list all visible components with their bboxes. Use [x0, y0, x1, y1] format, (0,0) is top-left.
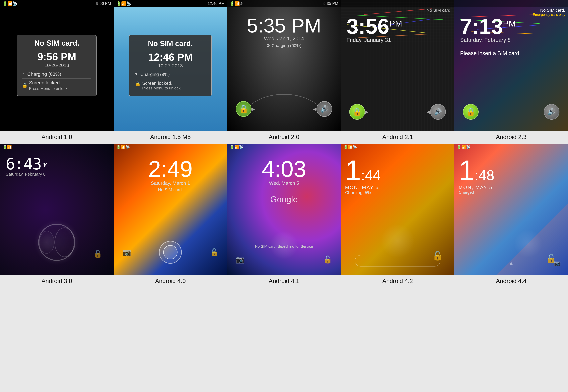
android-10-label: Android 1.0 [0, 131, 114, 144]
android-23-sound-button[interactable]: 🔊 [544, 104, 559, 120]
android-42-slide-bar[interactable] [355, 255, 440, 266]
android-10-lock-sub: Press Menu to unlock. [29, 86, 68, 91]
android-41-lock-icon: 🔓 [323, 255, 332, 264]
android-10-clock: 9:56 PM [22, 51, 91, 63]
charging-icon-20: ⟳ [266, 43, 270, 48]
android-15-status-icons: 🔋📶📡 [116, 1, 131, 6]
android-40-lock-icon: 🔓 [210, 248, 219, 256]
android-20-date: Wed, Jan 1, 2014 [264, 36, 304, 42]
android-30-date: Saturday, February 8 [0, 172, 46, 177]
android-40-camera-button[interactable]: 📷 [122, 248, 131, 256]
android-23-label: Android 2.3 [454, 131, 568, 144]
android-30-clock: 6:43PM [0, 156, 47, 172]
android-23-background: No SIM card. Emergency calls only 7:13PM… [454, 0, 568, 131]
android-40-label: Android 4.0 [114, 275, 227, 288]
screen-android-20: 🔋📶⚠ 5:35 PM 5:35 PM Wed, Jan 1, 2014 ⟳ C… [227, 0, 341, 144]
android-20-background: 🔋📶⚠ 5:35 PM 5:35 PM Wed, Jan 1, 2014 ⟳ C… [227, 0, 341, 131]
android-10-card: No SIM card. 9:56 PM 10-26-2013 ↻ Chargi… [17, 35, 97, 96]
android-42-clock: 1:44 [341, 156, 381, 185]
android-23-lock-button[interactable]: 🔒 [463, 104, 479, 120]
android-15-charging-row: ↻ Charging (9%) [135, 70, 206, 79]
android-40-status-bar: 🔋📶📡 [114, 144, 227, 150]
android-15-date: 10-27-2013 [135, 63, 206, 69]
android-30-lock-icon: 🔓 [93, 250, 102, 258]
android-41-lock-bar: 📷 🔓 [227, 255, 341, 264]
android-42-label: Android 4.2 [341, 275, 454, 288]
android-21-status-bar [341, 0, 454, 7]
android-44-charged: Charged [454, 190, 474, 195]
android-10-status-bar: 🔋📶📡 9:56 PM [0, 0, 114, 7]
android-40-clock: 2:49 [148, 157, 192, 180]
android-20-charging: ⟳ Charging (60%) [266, 43, 301, 48]
android-20-sound-button[interactable]: 🔊 [317, 101, 332, 117]
screen-android-42-wrapper: 🔋📶📡 1:44 MON, MAY 5 Charging, 5% 🔓 [341, 144, 454, 275]
android-41-no-sim-msg: No SIM card.|Searching for Service [227, 244, 341, 249]
android-10-lock-row: 🔒 Screen locked Press Menu to unlock. [22, 78, 91, 92]
android-15-no-sim: No SIM card. [135, 39, 206, 50]
android-44-status-icons: 🔋📶📡 [457, 145, 471, 149]
screen-android-10-wrapper: 🔋📶📡 9:56 PM No SIM card. 9:56 PM 10-26-2… [0, 0, 114, 131]
android-10-charging-row: ↻ Charging (63%) [22, 70, 91, 78]
android-21-sound-button[interactable]: 🔊 [430, 104, 446, 120]
android-20-lock-bar: 🔒 ▶ ◀ 🔊 [227, 101, 341, 117]
android-42-date: MON, MAY 5 [341, 185, 379, 190]
screen-android-41-wrapper: 🔋📶📡 4:03 Wed, March 5 Google No SIM card… [227, 144, 341, 275]
android-41-google: Google [270, 195, 298, 204]
screen-android-15-wrapper: 🔋📶📡 12:46 PM No SIM card. 12:46 PM 10-27… [114, 0, 227, 131]
android-41-status-bar: 🔋📶📡 [227, 144, 341, 150]
android-15-label: Android 1.5 M5 [114, 131, 227, 144]
android-30-background: 🔋📶 6:43PM Saturday, February 8 🔓 [0, 144, 114, 275]
lock-icon-15: 🔒 [135, 81, 141, 86]
android-44-camera-icon[interactable]: 📷 [554, 260, 561, 266]
android-15-lock-sub: Press Menu to unlock. [142, 86, 182, 90]
android-30-status-bar: 🔋📶 [0, 144, 114, 150]
screen-android-44-wrapper: 🔋📶📡 1:48 MON, MAY 5 Charged 🔓 ▲ 📷 [454, 144, 568, 275]
android-44-clock: 1:48 [454, 156, 494, 185]
android-21-background: No SIM card. 3:56PM Friday, January 31 🔒… [341, 0, 454, 131]
android-15-time: 12:46 PM [208, 1, 225, 6]
android-20-clock: 5:35 PM [247, 16, 321, 36]
lock-icon: 🔒 [22, 83, 28, 88]
screen-android-23: No SIM card. Emergency calls only 7:13PM… [454, 0, 568, 144]
android-10-lock-text: Screen locked Press Menu to unlock. [29, 80, 68, 91]
android-10-time: 9:56 PM [96, 1, 111, 6]
android-21-lock-button[interactable]: 🔒 [349, 104, 365, 120]
android-20-lock-button[interactable]: 🔒 [236, 101, 251, 117]
android-40-lock-bar: 📷 🔓 [114, 241, 227, 264]
android-21-lock-bar: 🔒 ▶ ◀ 🔊 [341, 104, 454, 120]
android-41-clock: 4:03 [262, 157, 306, 180]
android-20-arrow-left: ◀ [313, 106, 317, 112]
android-23-emergency: Emergency calls only [533, 13, 565, 17]
screen-android-21: No SIM card. 3:56PM Friday, January 31 🔒… [341, 0, 454, 144]
android-21-no-sim: No SIM card. [427, 8, 451, 13]
screen-android-15: 🔋📶📡 12:46 PM No SIM card. 12:46 PM 10-27… [114, 0, 227, 144]
android-15-status-bar: 🔋📶📡 12:46 PM [114, 0, 227, 7]
android-23-date: Saturday, February 8 [454, 37, 510, 43]
android-21-clock: 3:56PM [341, 16, 402, 37]
android-44-date: MON, MAY 5 [454, 185, 493, 190]
android-10-background: 🔋📶📡 9:56 PM No SIM card. 9:56 PM 10-26-2… [0, 0, 114, 131]
android-10-date: 10-26-2013 [22, 63, 91, 68]
android-15-background: 🔋📶📡 12:46 PM No SIM card. 12:46 PM 10-27… [114, 0, 227, 131]
android-41-status-icons: 🔋📶📡 [230, 145, 244, 149]
screen-android-10: 🔋📶📡 9:56 PM No SIM card. 9:56 PM 10-26-2… [0, 0, 114, 144]
android-42-lock-icon: 🔓 [432, 251, 443, 261]
android-20-status-icons: 🔋📶⚠ [230, 1, 243, 6]
screen-android-40-wrapper: 🔋📶📡 2:49 Saturday, March 1 No SIM card. … [114, 144, 227, 275]
android-20-status-time: 5:35 PM [323, 1, 338, 6]
android-23-lock-bar: 🔒 🔊 [454, 104, 568, 120]
android-41-background: 🔋📶📡 4:03 Wed, March 5 Google No SIM card… [227, 144, 341, 275]
android-15-card: No SIM card. 12:46 PM 10-27-2013 ↻ Charg… [129, 35, 212, 97]
charging-icon: ↻ [22, 72, 26, 77]
android-41-camera-icon[interactable]: 📷 [236, 255, 245, 264]
android-42-charging: Charging, 5% [341, 190, 371, 195]
android-40-unlock-circle[interactable] [159, 241, 182, 264]
android-40-date: Saturday, March 1 [151, 180, 190, 186]
android-42-status-icons: 🔋📶📡 [343, 145, 357, 149]
android-30-label: Android 3.0 [0, 275, 114, 288]
screen-android-41: 🔋📶📡 4:03 Wed, March 5 Google No SIM card… [227, 144, 341, 288]
android-21-date: Friday, January 31 [341, 37, 391, 43]
android-21-arrow-left: ◀ [427, 109, 430, 114]
android-44-background: 🔋📶📡 1:48 MON, MAY 5 Charged 🔓 ▲ 📷 [454, 144, 568, 275]
android-41-label: Android 4.1 [227, 275, 341, 288]
